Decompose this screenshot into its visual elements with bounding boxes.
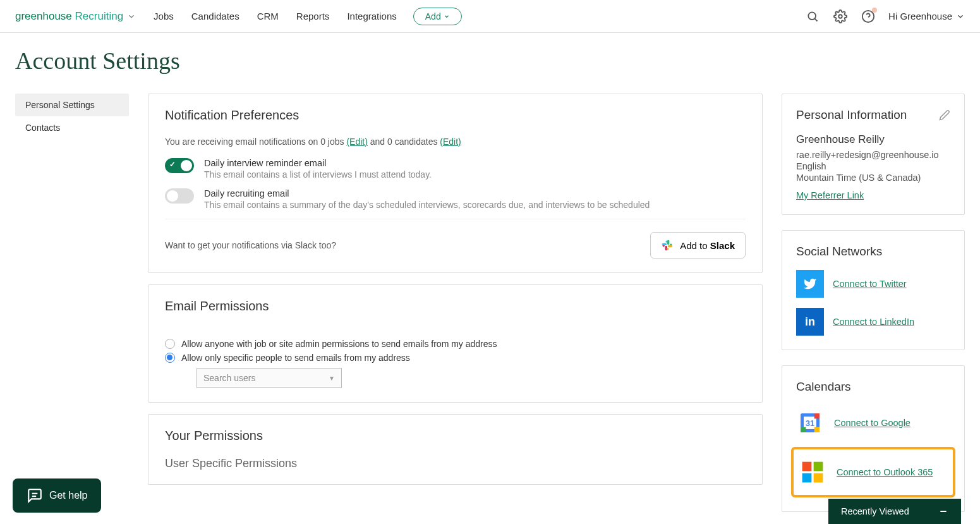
microsoft-icon: [799, 458, 826, 486]
sidebar-item-contacts[interactable]: Contacts: [15, 116, 129, 139]
connect-outlook-link[interactable]: Connect to Outlook 365: [837, 467, 933, 477]
daily-recruiting-toggle[interactable]: [165, 188, 194, 204]
user-menu-label: Hi Greenhouse: [888, 11, 952, 21]
toggle-row-daily-recruiting: Daily recruiting email This email contai…: [165, 188, 746, 210]
svg-point-2: [838, 15, 842, 18]
edit-jobs-link[interactable]: (Edit): [346, 137, 367, 147]
get-help-label: Get help: [49, 490, 87, 501]
daily-interview-toggle[interactable]: [165, 158, 194, 173]
outlook-highlight: Connect to Outlook 365: [791, 447, 955, 497]
logo[interactable]: greenhouse Recruiting: [15, 10, 136, 23]
radio-anyone-label: Allow anyone with job or site admin perm…: [181, 339, 497, 349]
chevron-down-icon: [127, 12, 136, 21]
edit-candidates-link[interactable]: (Edit): [440, 137, 461, 147]
email-permissions-card: Email Permissions Allow anyone with job …: [148, 284, 763, 403]
sidebar: Personal Settings Contacts: [15, 94, 129, 139]
personal-info-timezone: Mountain Time (US & Canada): [796, 173, 950, 183]
nav-jobs[interactable]: Jobs: [154, 11, 174, 21]
your-permissions-card: Your Permissions User Specific Permissio…: [148, 414, 763, 485]
notification-summary: You are receiving email notifications on…: [165, 137, 746, 147]
twitter-icon: [796, 270, 824, 298]
user-menu[interactable]: Hi Greenhouse: [888, 11, 965, 21]
notification-dot: [872, 8, 877, 13]
right-column: Personal Information Greenhouse Reilly r…: [782, 94, 965, 512]
social-row-twitter: Connect to Twitter: [796, 270, 950, 298]
social-networks-card: Social Networks Connect to Twitter in Co…: [782, 230, 965, 350]
daily-recruiting-desc: This email contains a summary of the day…: [204, 200, 650, 210]
daily-interview-desc: This email contains a list of interviews…: [204, 169, 432, 180]
main-column: Notification Preferences You are receivi…: [148, 94, 763, 485]
nav-reports[interactable]: Reports: [296, 11, 330, 21]
edit-icon[interactable]: [939, 109, 950, 121]
nav-crm[interactable]: CRM: [257, 11, 279, 21]
add-to-slack-button[interactable]: Add to Slack: [650, 232, 746, 259]
search-button[interactable]: [805, 9, 820, 24]
notification-preferences-heading: Notification Preferences: [165, 108, 746, 123]
svg-rect-11: [802, 462, 812, 472]
add-button-label: Add: [425, 11, 441, 21]
connect-twitter-link[interactable]: Connect to Twitter: [833, 279, 907, 289]
connect-linkedin-link[interactable]: Connect to LinkedIn: [833, 317, 914, 327]
content: Personal Settings Contacts Notification …: [0, 81, 980, 524]
chat-icon: [27, 487, 43, 504]
top-nav: greenhouse Recruiting Jobs Candidates CR…: [0, 0, 980, 33]
svg-rect-13: [802, 473, 812, 483]
google-calendar-icon: 31: [796, 409, 824, 437]
email-perm-option-specific[interactable]: Allow only specific people to send email…: [165, 353, 746, 363]
slack-text: Want to get your notifications via Slack…: [165, 240, 336, 250]
gear-icon: [833, 9, 847, 23]
minimize-icon: [938, 506, 948, 516]
svg-text:31: 31: [806, 419, 814, 428]
slack-btn-label: Add to Slack: [680, 240, 735, 251]
search-users-placeholder: Search users: [203, 373, 255, 383]
personal-information-card: Personal Information Greenhouse Reilly r…: [782, 94, 965, 215]
notification-preferences-card: Notification Preferences You are receivi…: [148, 94, 763, 273]
personal-info-language: English: [796, 161, 950, 171]
linkedin-icon: in: [796, 308, 824, 336]
connect-google-link[interactable]: Connect to Google: [834, 418, 910, 428]
email-perm-option-anyone[interactable]: Allow anyone with job or site admin perm…: [165, 339, 746, 349]
sidebar-item-personal-settings[interactable]: Personal Settings: [15, 94, 129, 116]
calendar-row-google: 31 Connect to Google: [796, 405, 950, 441]
referrer-link[interactable]: My Referrer Link: [796, 190, 864, 200]
main-nav: Jobs Candidates CRM Reports Integrations: [154, 11, 397, 21]
search-icon: [806, 10, 819, 23]
radio-specific[interactable]: [165, 353, 175, 363]
slack-row: Want to get your notifications via Slack…: [165, 219, 746, 259]
svg-rect-14: [814, 473, 823, 483]
social-row-linkedin: in Connect to LinkedIn: [796, 308, 950, 336]
your-permissions-heading: Your Permissions: [165, 429, 746, 443]
email-permissions-heading: Email Permissions: [165, 299, 746, 314]
radio-specific-label: Allow only specific people to send email…: [181, 353, 410, 363]
svg-point-0: [808, 12, 816, 20]
toggle-row-daily-interview: Daily interview reminder email This emai…: [165, 158, 746, 180]
add-button[interactable]: Add: [413, 8, 462, 25]
radio-anyone[interactable]: [165, 339, 175, 349]
svg-rect-8: [814, 427, 820, 432]
nav-candidates[interactable]: Candidates: [191, 11, 239, 21]
nav-integrations[interactable]: Integrations: [347, 11, 396, 21]
svg-rect-12: [814, 462, 823, 472]
dropdown-arrow-icon: ▼: [329, 375, 335, 382]
search-users-select[interactable]: Search users ▼: [197, 368, 342, 388]
daily-recruiting-label: Daily recruiting email: [204, 188, 650, 198]
svg-rect-10: [801, 427, 806, 432]
logo-part2: Recruiting: [75, 10, 124, 22]
help-button[interactable]: [861, 9, 876, 24]
svg-rect-9: [814, 413, 820, 418]
logo-part1: greenhouse: [15, 10, 72, 22]
svg-line-1: [814, 18, 817, 21]
get-help-button[interactable]: Get help: [13, 478, 101, 513]
chevron-down-icon: [444, 13, 450, 20]
recently-viewed-panel[interactable]: Recently Viewed: [828, 499, 961, 524]
user-specific-permissions-heading: User Specific Permissions: [165, 457, 746, 470]
personal-info-name: Greenhouse Reilly: [796, 133, 950, 146]
page-title: Account Settings: [0, 33, 980, 81]
personal-information-heading: Personal Information: [796, 108, 950, 122]
calendar-row-outlook: Connect to Outlook 365: [799, 454, 948, 490]
daily-interview-label: Daily interview reminder email: [204, 158, 432, 168]
settings-button[interactable]: [833, 9, 848, 24]
recently-viewed-label: Recently Viewed: [841, 506, 909, 516]
personal-info-email: rae.reilly+redesign@greenhouse.io: [796, 150, 950, 160]
top-right: Hi Greenhouse: [805, 9, 965, 24]
